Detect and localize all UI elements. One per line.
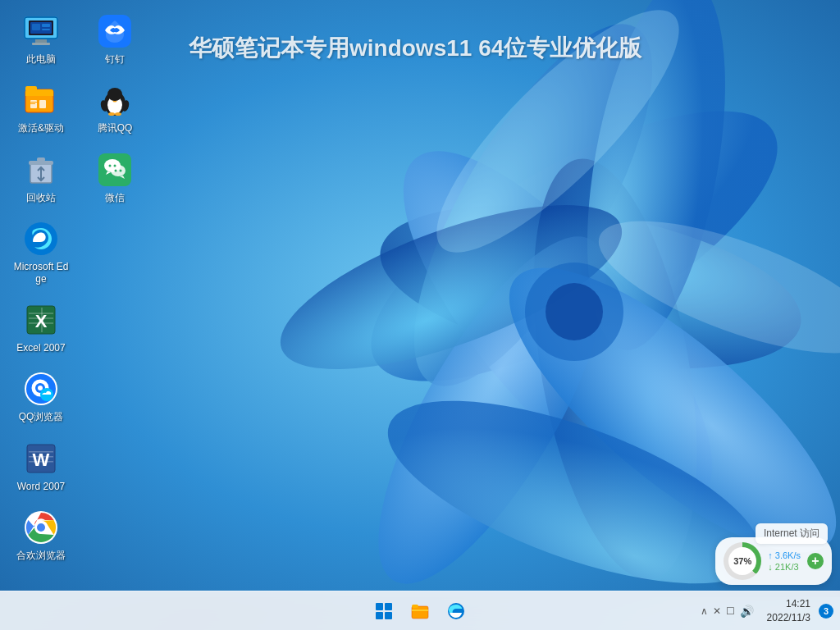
svg-point-85 bbox=[115, 169, 117, 171]
recycle-bin-icon bbox=[22, 151, 60, 189]
icon-activate[interactable]: 激活&驱动 bbox=[8, 77, 74, 138]
edge-icon bbox=[22, 220, 60, 258]
svg-text:W: W bbox=[33, 450, 50, 470]
icon-qq-browser[interactable]: QQ浏览器 bbox=[8, 366, 74, 427]
start-button[interactable] bbox=[369, 596, 399, 626]
wechat-label: 微信 bbox=[105, 192, 125, 203]
cpu-percent: 37% bbox=[728, 547, 756, 575]
svg-rect-91 bbox=[412, 606, 428, 619]
activate-label: 激活&驱动 bbox=[18, 122, 64, 134]
svg-rect-87 bbox=[376, 603, 383, 610]
svg-rect-36 bbox=[37, 158, 45, 162]
svg-point-83 bbox=[109, 164, 112, 167]
svg-rect-19 bbox=[32, 43, 50, 45]
svg-rect-32 bbox=[30, 103, 35, 104]
watermark-text: 华硕笔记本专用windows11 64位专业优化版 bbox=[189, 33, 641, 64]
system-tray: ∧ ✕ ☐ 🔊 14:21 2022/11/3 3 bbox=[696, 596, 833, 627]
qq-browser-label: QQ浏览器 bbox=[19, 411, 64, 422]
icon-this-pc[interactable]: 此电脑 bbox=[8, 8, 74, 69]
taskbar-edge-button[interactable] bbox=[441, 596, 471, 626]
icon-heyou-browser[interactable]: 合欢浏览器 bbox=[8, 504, 74, 565]
clock-time: 14:21 bbox=[767, 597, 810, 611]
net-plus-button[interactable]: + bbox=[807, 553, 824, 569]
heyou-browser-icon bbox=[22, 509, 60, 546]
svg-rect-94 bbox=[412, 609, 428, 611]
system-clock[interactable]: 14:21 2022/11/3 bbox=[762, 596, 815, 627]
svg-rect-23 bbox=[42, 29, 50, 30]
excel-label: Excel 2007 bbox=[16, 342, 65, 354]
svg-rect-28 bbox=[25, 86, 37, 91]
upload-value: 3.6K/s bbox=[775, 550, 801, 560]
svg-rect-30 bbox=[39, 100, 46, 108]
file-explorer-button[interactable] bbox=[405, 596, 435, 626]
icon-wechat[interactable]: 微信 bbox=[82, 147, 148, 208]
svg-rect-59 bbox=[29, 461, 53, 463]
wechat-icon bbox=[96, 151, 134, 189]
download-speed: ↓ 21K/3 bbox=[768, 562, 801, 572]
svg-rect-18 bbox=[35, 39, 47, 43]
icon-tencent-qq[interactable]: 腾讯QQ bbox=[82, 77, 148, 138]
svg-rect-45 bbox=[41, 308, 43, 332]
svg-rect-22 bbox=[42, 24, 50, 27]
download-value: 21K/3 bbox=[775, 562, 799, 572]
svg-point-73 bbox=[108, 112, 115, 116]
speaker-icon[interactable]: 🔊 bbox=[738, 603, 756, 619]
down-arrow: ↓ bbox=[768, 562, 775, 572]
svg-point-62 bbox=[37, 523, 45, 532]
tencent-qq-label: 腾讯QQ bbox=[98, 122, 133, 134]
svg-point-51 bbox=[38, 386, 43, 390]
svg-rect-57 bbox=[29, 451, 53, 453]
activate-icon bbox=[22, 81, 60, 119]
svg-point-75 bbox=[107, 88, 122, 101]
word-icon: W bbox=[22, 440, 60, 477]
up-arrow: ↑ bbox=[768, 550, 775, 560]
this-pc-icon bbox=[22, 12, 60, 50]
tray-close[interactable]: ✕ bbox=[711, 604, 723, 619]
svg-rect-88 bbox=[385, 603, 392, 610]
icon-recycle-bin[interactable]: 回收站 bbox=[8, 147, 74, 208]
network-widget[interactable]: 37% ↑ 3.6K/s ↓ 21K/3 + bbox=[715, 537, 832, 585]
tencent-qq-icon bbox=[96, 81, 134, 119]
upload-speed: ↑ 3.6K/s bbox=[768, 550, 801, 560]
internet-tooltip-text: Internet 访问 bbox=[764, 527, 819, 539]
recycle-bin-label: 回收站 bbox=[26, 192, 56, 203]
taskbar: ∧ ✕ ☐ 🔊 14:21 2022/11/3 3 bbox=[0, 591, 840, 630]
tray-chevron[interactable]: ∧ bbox=[699, 604, 710, 619]
tray-icons[interactable]: ∧ ✕ ☐ 🔊 bbox=[696, 601, 759, 621]
heyou-browser-label: 合欢浏览器 bbox=[16, 550, 66, 561]
svg-rect-90 bbox=[385, 612, 392, 619]
taskbar-right: ∧ ✕ ☐ 🔊 14:21 2022/11/3 3 bbox=[696, 596, 833, 627]
svg-rect-27 bbox=[25, 94, 53, 96]
dingtalk-label: 钉钉 bbox=[105, 53, 125, 65]
desktop-icon-grid: 此电脑 激活&驱动 bbox=[8, 8, 139, 566]
svg-rect-93 bbox=[412, 605, 418, 608]
svg-rect-58 bbox=[29, 456, 53, 458]
this-pc-label: 此电脑 bbox=[26, 53, 56, 65]
icon-dingtalk[interactable]: 钉钉 bbox=[82, 8, 148, 69]
dingtalk-icon bbox=[96, 12, 134, 50]
network-speeds: ↑ 3.6K/s ↓ 21K/3 bbox=[768, 550, 801, 572]
edge-label: Microsoft Edge bbox=[12, 261, 70, 285]
svg-point-86 bbox=[120, 169, 122, 171]
icon-edge[interactable]: Microsoft Edge bbox=[8, 216, 74, 289]
svg-point-81 bbox=[111, 165, 126, 176]
tray-checkbox[interactable]: ☐ bbox=[724, 604, 737, 619]
icon-excel[interactable]: X Excel 2007 bbox=[8, 297, 74, 358]
taskbar-center bbox=[369, 596, 471, 626]
internet-tooltip: Internet 访问 bbox=[756, 523, 828, 544]
desktop: 华硕笔记本专用windows11 64位专业优化版 此电脑 bbox=[0, 0, 840, 597]
word-label: Word 2007 bbox=[17, 481, 65, 492]
icon-word[interactable]: W Word 2007 bbox=[8, 436, 74, 496]
svg-rect-89 bbox=[376, 612, 383, 619]
qq-browser-icon bbox=[22, 370, 60, 408]
clock-date: 2022/11/3 bbox=[767, 611, 810, 625]
cpu-circle: 37% bbox=[724, 542, 761, 580]
svg-point-74 bbox=[115, 112, 121, 116]
notification-badge[interactable]: 3 bbox=[819, 604, 833, 619]
svg-point-84 bbox=[114, 164, 116, 167]
svg-rect-21 bbox=[32, 24, 40, 30]
excel-icon: X bbox=[22, 301, 60, 339]
svg-rect-31 bbox=[30, 102, 37, 103]
